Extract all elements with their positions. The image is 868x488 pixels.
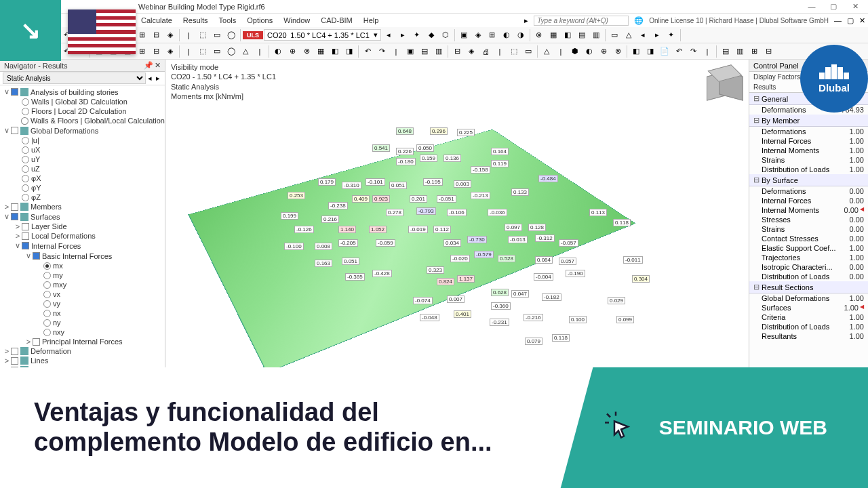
toolbar-button[interactable]: ▸ [650,28,664,42]
panel-close-icon[interactable]: ✕ [859,16,865,25]
checkbox-icon[interactable] [11,127,18,134]
tree-item[interactable]: >Members [0,202,165,211]
toolbar-button[interactable]: ✦ [410,28,424,42]
viewport-3d[interactable]: Visibility mode CO20 - 1.50 * LC4 + 1.35… [165,60,749,450]
cp-factor-row[interactable]: Global Deformations1.00 [749,293,868,303]
toolbar-button[interactable]: 🖨 [479,45,492,58]
window-maximize[interactable]: ▢ [823,1,844,13]
cp-factor-row[interactable]: Deformations1.00 [749,127,868,136]
window-minimize[interactable]: — [802,1,822,13]
materials-toolbar-button[interactable]: fx [485,476,491,485]
tree-item[interactable]: uX [0,145,165,155]
toolbar-button[interactable]: ◧ [629,45,643,58]
cp-factor-row[interactable]: Surfaces1.00◀ [749,303,868,312]
radio-icon[interactable] [43,319,51,327]
materials-toolbar-button[interactable]: | [465,476,467,485]
materials-menu-selection[interactable]: Selection [217,464,248,472]
toolbar-button[interactable]: ◑ [514,28,528,42]
tree-item[interactable]: >Surfaces [0,375,165,384]
tree-item[interactable]: ∨Surfaces [0,211,165,222]
toolbar-button[interactable]: ⬚ [507,45,521,58]
materials-toolbar-button[interactable]: ▦ [542,476,549,485]
toolbar-button[interactable]: ◂ [636,28,650,42]
cp-factor-row[interactable]: Strains0.00 [749,224,868,234]
panel-min-icon[interactable]: — [834,16,842,24]
toolbar-button[interactable]: ▥ [733,45,747,58]
tree-item[interactable]: mxy [0,280,165,289]
radio-icon[interactable] [43,262,51,270]
tree-item[interactable]: my [0,270,165,280]
toolbar-button[interactable]: ◂ [382,28,395,42]
toolbar-button[interactable]: ⊟ [149,45,163,58]
cp-factor-row[interactable]: Criteria1.00 [749,312,868,322]
radio-icon[interactable] [43,291,51,298]
mat-nav-prev-icon[interactable]: ◂ [251,476,259,485]
menu-calculate[interactable]: Calculate [136,15,178,26]
checkbox-icon[interactable] [11,88,18,96]
toolbar-button[interactable]: ⬚ [196,45,210,58]
materials-toolbar-button[interactable]: 📊 [507,476,516,485]
nav-prev-icon[interactable]: ◂ [146,74,154,83]
close-icon[interactable]: ✕ [155,61,161,70]
materials-objects-select[interactable]: Basic Objects▾ [271,476,387,485]
radio-icon[interactable] [22,175,29,182]
checkbox-icon[interactable] [33,338,40,346]
materials-toolbar-button[interactable]: ▭ [477,476,484,485]
toolbar-button[interactable]: ⊗ [611,45,625,58]
toolbar-button[interactable]: ⊕ [285,45,299,58]
radio-icon[interactable] [22,146,29,154]
toolbar-button[interactable]: ◯ [224,28,238,42]
tree-item[interactable]: Walls | Global 3D Calculation [0,97,165,106]
toolbar-button[interactable]: ◈ [163,45,177,58]
tree-item[interactable]: ∨Global Deformations [0,125,165,136]
checkbox-icon[interactable] [22,242,29,249]
radio-icon[interactable] [43,272,51,279]
tree-item[interactable]: vx [0,289,165,299]
toolbar-button[interactable]: △ [239,45,252,58]
radio-icon[interactable] [43,329,51,336]
navigator-tree[interactable]: ∨Analysis of building storiesWalls | Glo… [0,85,165,488]
menu-results[interactable]: Results [178,15,214,26]
toolbar-button[interactable]: ▭ [521,45,535,58]
toolbar-button[interactable]: ⊕ [597,45,610,58]
cp-factor-row[interactable]: Strains1.00 [749,155,868,165]
tree-item[interactable]: >Local Deformations [0,231,165,241]
materials-toolbar-button[interactable]: ▥ [423,476,430,485]
toolbar-button[interactable]: ⊟ [149,28,163,42]
toolbar-button[interactable]: ⊟ [450,45,464,58]
materials-structure-select[interactable]: Structure▾ [168,476,250,485]
tree-item[interactable]: vy [0,299,165,308]
menu-cadbim[interactable]: CAD-BIM [315,15,357,26]
cp-reset-icon[interactable]: ↺ [762,477,768,486]
cp-apply-icon[interactable]: ▦ [752,477,759,486]
tree-item[interactable]: >Layer Side [0,222,165,231]
analysis-type-select[interactable]: Static Analysis [3,73,146,84]
toolbar-button[interactable]: ▤ [719,45,732,58]
toolbar-button[interactable]: ▥ [589,28,603,42]
tree-item[interactable]: >Principal Internal Forces [0,337,165,346]
toolbar-button[interactable]: ▣ [457,28,471,42]
tree-item[interactable]: ny [0,318,165,327]
toolbar-button[interactable]: ◐ [271,45,285,58]
toolbar-button[interactable]: ▤ [418,45,431,58]
radio-icon[interactable] [22,194,29,201]
radio-icon[interactable] [21,117,28,125]
radio-icon[interactable] [22,165,29,173]
cp-factor-row[interactable]: Distribution of Loads1.00 [749,322,868,331]
cp-group-header[interactable]: ⊟Result Sections [749,281,868,293]
toolbar-button[interactable]: ✦ [665,28,678,42]
cp-factor-row[interactable]: Trajectories1.00 [749,253,868,262]
search-input[interactable] [534,16,629,26]
radio-icon[interactable] [22,98,29,106]
materials-toolbar-button[interactable]: ≡ [492,476,496,485]
toolbar-button[interactable]: | [253,45,267,58]
tree-item[interactable]: φX [0,174,165,183]
checkbox-icon[interactable] [33,252,40,260]
toolbar-button[interactable]: | [493,45,507,58]
toolbar-button[interactable]: ⊞ [135,28,149,42]
tree-item[interactable]: nx [0,308,165,318]
tree-item[interactable]: uY [0,155,165,164]
toolbar-button[interactable]: ⊞ [135,45,149,58]
nav-next-icon[interactable]: ▸ [154,74,162,83]
tree-item[interactable]: >Deformation [0,346,165,356]
